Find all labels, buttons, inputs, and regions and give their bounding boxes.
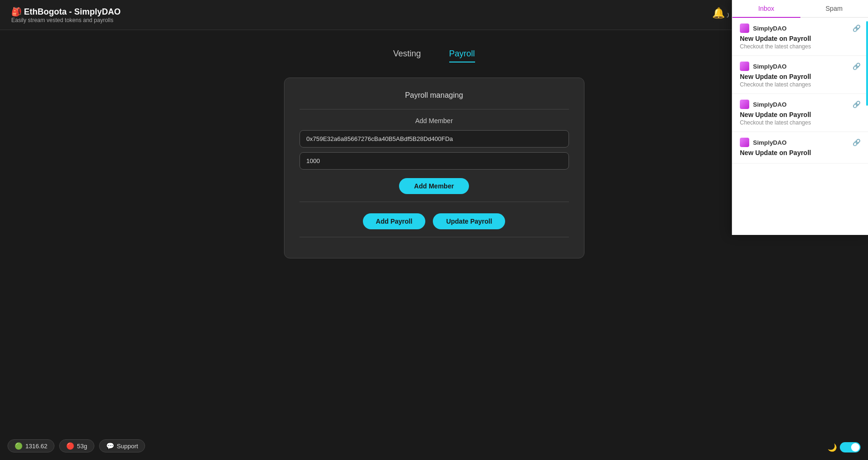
support-badge[interactable]: 💬 Support [99,439,146,452]
notification-panel: 🔔 Inbox Spam SimplyDAO 🔗 New Update on P… [732,0,868,235]
notification-tab-bar: Inbox Spam [732,0,868,18]
notif-tab-inbox[interactable]: Inbox [732,0,800,18]
notif-item-header: SimplyDAO 🔗 [740,138,860,147]
notif-link-icon[interactable]: 🔗 [853,101,860,108]
balance-icon: 🟢 [15,442,23,450]
notif-sender: SimplyDAO [740,138,787,147]
tab-payroll[interactable]: Payroll [449,49,475,62]
amount-input[interactable] [300,152,569,170]
notif-avatar [740,138,749,147]
list-item[interactable]: SimplyDAO 🔗 New Update on Payroll Checko… [732,18,868,56]
notif-tab-spam[interactable]: Spam [800,0,868,18]
divider-3 [300,237,569,237]
notif-item-header: SimplyDAO 🔗 [740,62,860,71]
tab-bar: Vesting Payroll [393,49,475,62]
balance-badge: 🟢 1316.62 [8,439,54,452]
gas-value: 53g [77,443,87,450]
moon-icon: 🌙 [828,443,837,452]
notif-sender: SimplyDAO [740,100,787,109]
tab-vesting[interactable]: Vesting [393,49,421,62]
divider-2 [300,202,569,202]
app-title: 🎒 EthBogota - SimplyDAO [11,7,121,17]
theme-toggle[interactable]: 🌙 [828,442,860,452]
notif-subtitle: Checkout the latest changes [740,119,860,126]
notif-title: New Update on Payroll [740,149,860,156]
add-member-button[interactable]: Add Member [399,178,469,194]
footer: 🟢 1316.62 🔴 53g 💬 Support [8,439,145,452]
notif-link-icon[interactable]: 🔗 [853,24,860,32]
gas-badge: 🔴 53g [59,439,94,452]
notif-subtitle: Checkout the latest changes [740,81,860,88]
list-item[interactable]: SimplyDAO 🔗 New Update on Payroll Checko… [732,94,868,132]
notif-scrollbar[interactable] [866,21,868,106]
notif-avatar [740,100,749,109]
notif-sender: SimplyDAO [740,62,787,71]
list-item[interactable]: SimplyDAO 🔗 New Update on Payroll Checko… [732,56,868,94]
bell-icon: 🔔 [712,7,725,19]
notification-list: SimplyDAO 🔗 New Update on Payroll Checko… [732,18,868,235]
payroll-card: Payroll managing Add Member Add Member A… [284,78,584,258]
update-payroll-button[interactable]: Update Payroll [433,213,505,229]
dark-mode-toggle[interactable] [840,442,860,452]
app-branding: 🎒 EthBogota - SimplyDAO Easily stream ve… [11,7,121,23]
balance-value: 1316.62 [25,443,47,450]
add-payroll-button[interactable]: Add Payroll [363,213,426,229]
app-subtitle: Easily stream vested tokens and payrolls [11,17,121,23]
notif-title: New Update on Payroll [740,111,860,118]
notif-title: New Update on Payroll [740,35,860,42]
notif-item-header: SimplyDAO 🔗 [740,23,860,33]
notif-title: New Update on Payroll [740,73,860,80]
notif-sender: SimplyDAO [740,23,787,33]
support-label: Support [117,443,138,450]
list-item[interactable]: SimplyDAO 🔗 New Update on Payroll [732,132,868,164]
divider-1 [300,109,569,109]
add-member-label: Add Member [300,117,569,125]
notif-link-icon[interactable]: 🔗 [853,139,860,146]
card-title: Payroll managing [300,91,569,100]
notif-link-icon[interactable]: 🔗 [853,62,860,70]
support-icon: 💬 [106,442,114,450]
notif-avatar [740,23,749,33]
gas-icon: 🔴 [66,442,74,450]
notif-avatar [740,62,749,71]
toggle-knob [851,443,860,452]
action-buttons: Add Payroll Update Payroll [300,213,569,229]
address-input[interactable] [300,130,569,148]
notif-item-header: SimplyDAO 🔗 [740,100,860,109]
notification-bell[interactable]: 🔔 [709,4,728,23]
notif-subtitle: Checkout the latest changes [740,43,860,50]
